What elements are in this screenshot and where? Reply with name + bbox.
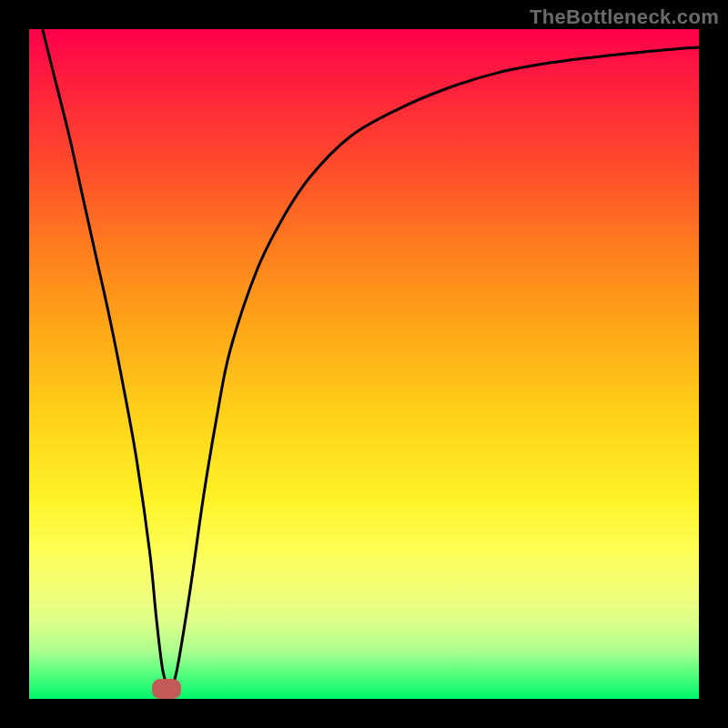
plot-area bbox=[29, 29, 699, 699]
watermark-label: TheBottleneck.com bbox=[530, 5, 719, 29]
bottleneck-curve bbox=[29, 29, 699, 699]
optimum-marker bbox=[152, 679, 181, 699]
chart-frame: TheBottleneck.com bbox=[0, 0, 728, 728]
